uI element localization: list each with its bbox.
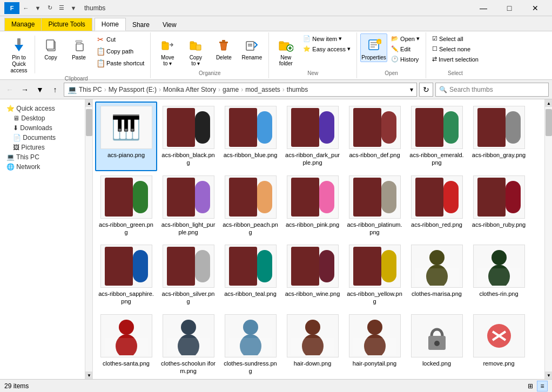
- open-button[interactable]: 📂 Open ▾: [388, 33, 422, 44]
- cut-button[interactable]: ✂ Cut: [93, 33, 147, 45]
- tab-view[interactable]: View: [156, 19, 183, 31]
- list-view-button[interactable]: ≡: [537, 381, 548, 391]
- right-scroll-thumb[interactable]: [546, 109, 552, 136]
- qat-down[interactable]: ▼: [32, 3, 43, 13]
- select-btns: ☑ Select all ☐ Select none ⇄ Invert sele…: [429, 33, 481, 64]
- nav-forward-button[interactable]: →: [18, 83, 31, 96]
- properties-button[interactable]: i Properties: [360, 33, 387, 62]
- right-scroll-up[interactable]: ▲: [545, 99, 552, 107]
- move-to-button[interactable]: Moveto ▾: [154, 33, 181, 68]
- file-item[interactable]: clothes-santa.png: [95, 310, 157, 379]
- svg-point-82: [429, 250, 445, 265]
- file-item[interactable]: locked.png: [406, 310, 468, 379]
- new-item-button[interactable]: 📄 New item ▾: [300, 33, 353, 44]
- file-item[interactable]: clothes-sundress.png: [219, 310, 281, 379]
- file-item[interactable]: acs-ribbon_wine.png: [281, 240, 344, 310]
- select-all-button[interactable]: ☑ Select all: [429, 33, 481, 44]
- right-scroll-down[interactable]: ▼: [545, 371, 552, 379]
- open-content: i Properties 📂 Open ▾ ✏️ Edit 🕐 History: [360, 33, 422, 70]
- address-game-root[interactable]: Monika After Story: [163, 86, 216, 93]
- select-none-button[interactable]: ☐ Select none: [429, 44, 481, 54]
- file-item[interactable]: acs-ribbon_light_purple.png: [157, 171, 219, 241]
- nav-back-button[interactable]: ←: [3, 83, 16, 96]
- copy-to-button[interactable]: Copyto ▾: [182, 33, 209, 68]
- file-item[interactable]: acs-ribbon_ruby.png: [468, 171, 530, 241]
- history-button[interactable]: 🕐 History: [388, 54, 422, 64]
- file-item[interactable]: clothes-marisa.png: [406, 240, 468, 310]
- paste-button[interactable]: Paste: [65, 33, 92, 62]
- tab-share[interactable]: Share: [126, 19, 156, 31]
- file-item[interactable]: acs-ribbon_def.png: [344, 102, 406, 171]
- scroll-thumb[interactable]: [86, 109, 92, 136]
- file-item[interactable]: acs-ribbon_peach.png: [219, 171, 281, 241]
- refresh-button[interactable]: ↻: [419, 83, 433, 97]
- address-drive[interactable]: My Passport (E:): [109, 86, 157, 93]
- pin-to-quick-access-button[interactable]: Pin to Quickaccess: [5, 33, 32, 76]
- file-item[interactable]: acs-ribbon_red.png: [406, 171, 468, 241]
- sidebar-quick-access[interactable]: ⭐ Quick access: [2, 104, 83, 113]
- close-button[interactable]: ✕: [523, 0, 548, 16]
- scroll-down-arrow[interactable]: ▼: [85, 371, 93, 379]
- sidebar-pictures[interactable]: 🖼 Pictures: [2, 143, 83, 152]
- sidebar-downloads[interactable]: ⬇ Downloads: [2, 123, 83, 133]
- rename-button[interactable]: Rename: [238, 33, 265, 62]
- sidebar-documents[interactable]: 📄 Documents: [2, 133, 83, 143]
- file-item[interactable]: hair-down.png: [281, 310, 344, 379]
- file-item[interactable]: acs-ribbon_teal.png: [219, 240, 281, 310]
- address-mod-assets[interactable]: mod_assets: [245, 86, 280, 93]
- file-item[interactable]: acs-ribbon_sapphire.png: [95, 240, 157, 310]
- copy-path-button[interactable]: 📋 Copy path: [93, 45, 147, 57]
- tab-manage[interactable]: Manage: [4, 18, 42, 31]
- grid-view-button[interactable]: ⊞: [525, 381, 536, 391]
- delete-button[interactable]: Delete: [210, 33, 237, 62]
- tab-picture-tools[interactable]: Picture Tools: [42, 18, 92, 31]
- file-item[interactable]: acs-ribbon_pink.png: [281, 171, 344, 241]
- paste-shortcut-label: Paste shortcut: [106, 60, 144, 66]
- file-item[interactable]: acs-ribbon_platinum.png: [344, 171, 406, 241]
- file-item[interactable]: acs-ribbon_black.png: [157, 102, 219, 171]
- address-thumbs[interactable]: thumbs: [287, 86, 308, 93]
- file-item[interactable]: acs-ribbon_blue.png: [219, 102, 281, 171]
- nav-up-button[interactable]: ↑: [49, 83, 62, 96]
- file-item[interactable]: 🎹acs-piano.png: [95, 102, 157, 171]
- file-item[interactable]: acs-ribbon_yellow.png: [344, 240, 406, 310]
- edit-button[interactable]: ✏️ Edit: [388, 44, 422, 54]
- file-item[interactable]: clothes-schoolun iform.png: [157, 310, 219, 379]
- file-item[interactable]: acs-ribbon_gray.png: [468, 102, 530, 171]
- svg-rect-68: [133, 250, 148, 282]
- rename-icon: [243, 36, 260, 53]
- qat-more[interactable]: ▼: [68, 3, 79, 13]
- nav-recent-button[interactable]: ▼: [33, 83, 46, 96]
- right-scrollbar[interactable]: ▲ ▼: [544, 99, 552, 379]
- file-thumbnail: [287, 106, 339, 149]
- maximize-button[interactable]: □: [497, 0, 522, 16]
- easy-access-button[interactable]: ⭐ Easy access ▾: [300, 44, 353, 54]
- qat-undo[interactable]: ↻: [44, 3, 55, 13]
- qat-properties[interactable]: ☰: [56, 3, 67, 13]
- sidebar-desktop[interactable]: 🖥 Desktop: [2, 113, 83, 123]
- qat-back[interactable]: ←: [21, 3, 31, 13]
- file-item[interactable]: clothes-rin.png: [468, 240, 530, 310]
- address-game[interactable]: game: [223, 86, 239, 93]
- sidebar-network[interactable]: 🌐 Network: [2, 162, 83, 172]
- address-pc[interactable]: This PC: [79, 86, 102, 93]
- vertical-scrollbar[interactable]: ▲ ▼: [85, 99, 93, 379]
- file-item[interactable]: acs-ribbon_green.png: [95, 171, 157, 241]
- minimize-button[interactable]: —: [471, 0, 496, 16]
- sidebar-this-pc[interactable]: 💻 This PC: [2, 152, 83, 162]
- file-item[interactable]: hair-ponytail.png: [344, 310, 406, 379]
- file-item[interactable]: acs-ribbon_dark_purple.png: [281, 102, 344, 171]
- file-item[interactable]: acs-ribbon_silver.png: [157, 240, 219, 310]
- file-item[interactable]: remove.png: [468, 310, 530, 379]
- address-bar[interactable]: 💻 This PC › My Passport (E:) › Monika Af…: [64, 83, 417, 97]
- paste-shortcut-button[interactable]: 📋 Paste shortcut: [93, 57, 147, 69]
- copy-button[interactable]: Copy: [37, 33, 64, 62]
- search-input[interactable]: [449, 86, 545, 93]
- invert-selection-button[interactable]: ⇄ Invert selection: [429, 54, 481, 64]
- address-dropdown-button[interactable]: ▾: [410, 86, 413, 93]
- file-item[interactable]: acs-ribbon_emerald.png: [406, 102, 468, 171]
- tab-home[interactable]: Home: [95, 18, 126, 31]
- new-folder-button[interactable]: Newfolder: [272, 33, 299, 68]
- scroll-up-arrow[interactable]: ▲: [85, 99, 93, 107]
- svg-rect-93: [167, 338, 210, 355]
